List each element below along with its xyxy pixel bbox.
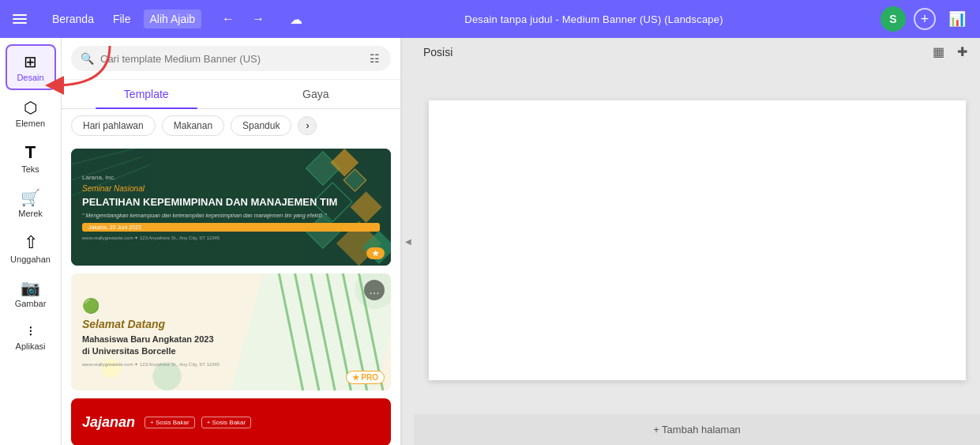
main-layout: ⊞ Desain ⬡ Elemen T Teks 🛒 Merek ⇧ Ungga… (0, 38, 980, 445)
template-card-welcome[interactable]: 🟢 Selamat Datang Mahasiswa Baru Angkatan… (71, 273, 391, 390)
canvas-position-label: Posisi (423, 46, 452, 58)
collapse-icon: ◀ (405, 237, 411, 246)
panel-tabs: Template Gaya (62, 80, 400, 109)
nav-links: Beranda File Alih Ajaib (46, 9, 201, 28)
seminar-badge: ★ (366, 247, 385, 259)
menu-icon[interactable] (9, 11, 30, 27)
sidebar-item-elemen[interactable]: ⬡ Elemen (6, 92, 56, 134)
welcome-footer: www.reallygreatsite.com ✦ 123 Anywhere S… (82, 361, 380, 367)
chip-scroll-right[interactable]: › (298, 116, 317, 135)
panel: 🔍 ☷ Template Gaya Hari pahlawan Makanan … (62, 38, 401, 445)
merek-icon: 🛒 (21, 188, 40, 207)
cloud-icon[interactable]: ☁ (285, 9, 307, 30)
welcome-subtitle: Mahasiswa Baru Angkatan 2023di Universit… (82, 334, 380, 356)
gambar-icon: 📷 (21, 278, 40, 297)
topnav-right: S + 📊 (880, 6, 971, 32)
title-area: Desain tanpa judul - Medium Banner (US) … (323, 13, 865, 25)
jajanan-tag-1: + Sosis Bakar (145, 417, 195, 428)
canvas-toolbar: Posisi ▦ ✚ (414, 38, 980, 66)
avatar[interactable]: S (880, 6, 906, 32)
aplikasi-icon: ⁝ (28, 322, 33, 340)
sidebar-label-unggahan: Unggahan (10, 255, 51, 264)
jajanan-title: Jajanan (82, 414, 135, 431)
undo-button[interactable]: ← (217, 9, 239, 29)
canvas-add-button[interactable]: ✚ (954, 41, 971, 62)
sidebar-item-aplikasi[interactable]: ⁝ Aplikasi (6, 316, 56, 357)
search-area: 🔍 ☷ (62, 38, 400, 80)
sidebar-label-aplikasi: Aplikasi (16, 341, 46, 351)
template-card-jajanan[interactable]: Jajanan + Sosis Bakar + Sosis Bakar (71, 398, 391, 445)
sidebar-item-unggahan[interactable]: ⇧ Unggahan (6, 226, 56, 270)
undo-redo: ← → (217, 9, 269, 29)
chip-spanduk[interactable]: Spanduk (231, 115, 291, 136)
sidebar: ⊞ Desain ⬡ Elemen T Teks 🛒 Merek ⇧ Ungga… (0, 38, 62, 445)
seminar-subtitle: Seminar Nasional (82, 184, 380, 193)
chip-row: Hari pahlawan Makanan Spanduk › (62, 109, 400, 142)
stats-icon[interactable]: 📊 (944, 7, 971, 31)
sidebar-item-gambar[interactable]: 📷 Gambar (6, 272, 56, 315)
sidebar-item-teks[interactable]: T Teks (6, 136, 56, 180)
sidebar-label-gambar: Gambar (15, 299, 47, 308)
search-icon: 🔍 (81, 52, 94, 65)
sidebar-item-merek[interactable]: 🛒 Merek (6, 182, 56, 224)
jajanan-content: Jajanan + Sosis Bakar + Sosis Bakar (71, 398, 391, 445)
unggahan-icon: ⇧ (24, 232, 38, 253)
jajanan-tag-2: + Sosis Bakar (201, 417, 252, 428)
jajanan-tags: + Sosis Bakar + Sosis Bakar (145, 417, 251, 428)
welcome-pro-badge: ★ PRO (346, 371, 385, 384)
teks-icon: T (25, 142, 36, 163)
template-list: Larana, Inc. Seminar Nasional PELATIHAN … (62, 142, 400, 445)
nav-beranda[interactable]: Beranda (46, 9, 100, 28)
seminar-date: Jakarta, 20 Juni 2023 (82, 223, 380, 232)
redo-button[interactable]: → (247, 9, 269, 29)
nav-file[interactable]: File (107, 9, 137, 28)
elemen-icon: ⬡ (24, 98, 37, 117)
filter-button[interactable]: ☷ (368, 51, 381, 66)
desain-icon: ⊞ (24, 52, 37, 71)
share-button[interactable]: + (914, 8, 936, 30)
canvas-area: Posisi ▦ ✚ + Tambah halaman (414, 38, 980, 445)
sidebar-item-desain[interactable]: ⊞ Desain (6, 44, 56, 90)
welcome-content: 🟢 Selamat Datang Mahasiswa Baru Angkatan… (71, 273, 391, 390)
seminar-company: Larana, Inc. (82, 174, 380, 181)
template-card-seminar[interactable]: Larana, Inc. Seminar Nasional PELATIHAN … (71, 149, 391, 266)
canvas-page (429, 100, 966, 380)
canvas-viewport[interactable] (414, 66, 980, 414)
canvas-toolbar-right: ▦ ✚ (929, 41, 971, 62)
sidebar-label-merek: Merek (18, 209, 43, 218)
nav-alih-ajaib[interactable]: Alih Ajaib (144, 9, 202, 28)
add-page-button[interactable]: + Tambah halaman (414, 414, 980, 445)
seminar-desc: " Mengembangkan kemampuan dan keterampil… (82, 213, 380, 218)
tab-template[interactable]: Template (62, 80, 231, 108)
sidebar-label-desain: Desain (17, 73, 43, 82)
cloud-save: ☁ (285, 9, 307, 30)
tab-gaya[interactable]: Gaya (231, 80, 401, 108)
welcome-icon: 🟢 (82, 297, 380, 315)
search-input[interactable] (100, 53, 362, 65)
seminar-content: Larana, Inc. Seminar Nasional PELATIHAN … (71, 149, 391, 266)
topnav: Beranda File Alih Ajaib ← → ☁ Desain tan… (0, 0, 980, 38)
welcome-more-button[interactable]: … (364, 280, 385, 300)
seminar-footer: www.reallygreatsite.com ✦ 123 Anywhere S… (82, 235, 380, 240)
chip-hari-pahlawan[interactable]: Hari pahlawan (71, 115, 156, 136)
sidebar-label-teks: Teks (21, 164, 39, 174)
welcome-title: Selamat Datang (82, 318, 380, 330)
collapse-handle[interactable]: ◀ (401, 38, 414, 445)
seminar-title: PELATIHAN KEPEMIMPINAN DAN MANAJEMEN TIM (82, 196, 380, 209)
search-bar: 🔍 ☷ (71, 46, 391, 71)
canvas-copy-button[interactable]: ▦ (929, 41, 948, 62)
document-title: Desain tanpa judul - Medium Banner (US) … (464, 13, 723, 25)
sidebar-label-elemen: Elemen (16, 119, 45, 128)
chip-makanan[interactable]: Makanan (162, 115, 224, 136)
